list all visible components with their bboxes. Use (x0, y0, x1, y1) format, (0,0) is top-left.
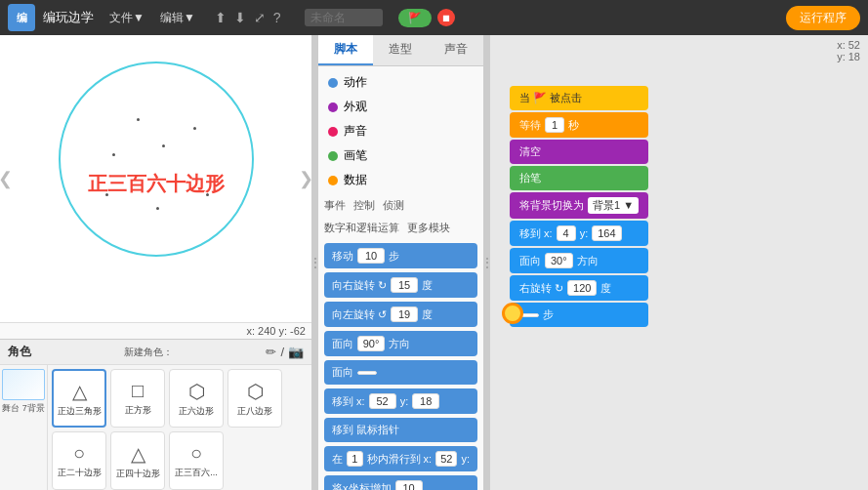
cat-operators[interactable]: 数字和逻辑运算 (324, 221, 399, 235)
sprite-item-3[interactable]: ⬡ 正六边形 (169, 369, 224, 428)
download-icon[interactable]: ⬇ (234, 10, 246, 25)
sprite-icon-3: ⬡ (188, 380, 205, 403)
block-goto-x[interactable]: 52 (369, 393, 396, 409)
sprite-content: 舞台 7背景 △ 正边三角形 □ 正方形 ⬡ 正六边形 (0, 365, 311, 490)
block-change-x[interactable]: 将x坐标增加 10 (324, 475, 477, 490)
project-title-input[interactable] (305, 9, 383, 26)
cat-sound[interactable]: 声音 (318, 119, 483, 143)
main-area: ❮ 正三百六十边形 ❯ x: 240 y: -62 角色 新建角色： ✏ / 📷 (0, 35, 868, 490)
block-glide-x[interactable]: 52 (435, 451, 457, 467)
sblock-pen-up[interactable]: 抬笔 (510, 166, 648, 190)
sblock-goto-y[interactable]: 164 (592, 225, 621, 241)
sprites-grid: △ 正边三角形 □ 正方形 ⬡ 正六边形 ⬡ 正八边形 (48, 365, 311, 490)
menu-bar: 文件▼ 编辑▼ (109, 10, 195, 26)
block-glide-time[interactable]: 1 (347, 451, 363, 467)
dot (193, 127, 196, 130)
tab-costume[interactable]: 造型 (373, 35, 428, 65)
menu-edit[interactable]: 编辑▼ (160, 10, 195, 26)
fullscreen-icon[interactable]: ⤢ (254, 10, 266, 25)
run-program-button[interactable]: 运行程序 (786, 6, 860, 30)
block-glide[interactable]: 在 1 秒内滑行到 x: 52 y: (324, 446, 477, 471)
tab-script[interactable]: 脚本 (318, 35, 373, 65)
sprite-name-1: 正边三角形 (58, 405, 102, 418)
bg-thumbnail[interactable] (2, 369, 45, 400)
block-face-input[interactable] (357, 371, 377, 375)
cat-control[interactable]: 控制 (353, 198, 375, 213)
sprite-name-6: 正四十边形 (116, 468, 160, 480)
script-area[interactable]: x: 52y: 18 当 🚩 被点击 等待 1 秒 清空 抬笔 将背景切换为 背… (490, 35, 868, 490)
sblock-bg-dropdown[interactable]: 背景1 ▼ (588, 197, 639, 214)
stage-arrow-left[interactable]: ❮ (0, 168, 13, 189)
dot (112, 153, 115, 156)
sprite-item-7[interactable]: ○ 正三百六... (169, 431, 224, 490)
sprite-item-1[interactable]: △ 正边三角形 (52, 369, 106, 428)
block-goto-xy[interactable]: 移到 x: 52 y: 18 (324, 388, 477, 414)
upload-icon[interactable]: ⬆ (215, 10, 227, 25)
block-turn-left-input[interactable]: 19 (391, 306, 418, 322)
cursor-indicator (502, 303, 523, 324)
sblock-turn-input[interactable]: 120 (567, 280, 597, 296)
script-stack: 当 🚩 被点击 等待 1 秒 清空 抬笔 将背景切换为 背景1 ▼ 移到 x: … (510, 86, 648, 327)
tabs-row: 脚本 造型 声音 (318, 35, 483, 66)
cat-events[interactable]: 事件 (324, 198, 346, 213)
sprite-paint-icon[interactable]: ✏ (266, 345, 276, 359)
logo-icon: 编 (8, 4, 35, 31)
script-coords: x: 52y: 18 (837, 39, 860, 62)
new-sprite-label: 新建角色： (124, 346, 173, 359)
sblock-when-flag[interactable]: 当 🚩 被点击 (510, 86, 648, 110)
block-change-x-input[interactable]: 10 (395, 480, 423, 490)
block-face[interactable]: 面向 (324, 360, 477, 385)
sblock-switch-bg[interactable]: 将背景切换为 背景1 ▼ (510, 192, 648, 219)
stage-arrow-right[interactable]: ❯ (299, 168, 311, 189)
block-turn-right[interactable]: 向右旋转 ↻ 15 度 (324, 272, 477, 298)
cat-motion[interactable]: 动作 (318, 70, 483, 95)
sblock-wait[interactable]: 等待 1 秒 (510, 112, 648, 138)
sblock-turn[interactable]: 右旋转 ↻ 120 度 (510, 275, 648, 301)
sprite-icon-1: △ (72, 380, 87, 403)
cat-label-motion: 动作 (344, 74, 367, 91)
sprite-name-3: 正六边形 (179, 405, 214, 418)
sprite-panel-title: 角色 (8, 344, 31, 360)
sprite-camera-icon[interactable]: 📷 (288, 345, 304, 359)
block-turn-left[interactable]: 向左旋转 ↺ 19 度 (324, 302, 477, 327)
sblock-goto-xy[interactable]: 移到 x: 4 y: 164 (510, 221, 648, 246)
sprite-item-2[interactable]: □ 正方形 (110, 369, 165, 428)
sprite-item-5[interactable]: ○ 正二十边形 (52, 431, 106, 490)
flag-button[interactable]: 🚩 (398, 9, 432, 27)
cat-label-pen: 画笔 (344, 147, 367, 164)
tab-sound[interactable]: 声音 (429, 35, 483, 65)
sblock-move[interactable]: 步 (510, 303, 648, 327)
cat-dot-sound (328, 127, 338, 137)
stop-button[interactable]: ⏹ (437, 9, 455, 26)
sprite-icon-2: □ (132, 380, 144, 402)
block-face-dir-input[interactable]: 90° (357, 336, 385, 351)
cat-more[interactable]: 更多模块 (407, 221, 450, 235)
cat-sensing[interactable]: 侦测 (383, 198, 404, 213)
sprite-icon-7: ○ (190, 442, 202, 465)
cat-data[interactable]: 数据 (318, 168, 483, 192)
block-goto-cursor[interactable]: 移到 鼠标指针 (324, 418, 477, 442)
cat-dot-looks (328, 102, 338, 112)
menu-file[interactable]: 文件▼ (109, 10, 145, 26)
help-icon[interactable]: ? (273, 10, 281, 25)
sprite-panel-icons: ✏ / 📷 (266, 345, 304, 359)
sprite-name-4: 正八边形 (237, 405, 272, 418)
sblock-clear[interactable]: 清空 (510, 140, 648, 164)
stage-coords: x: 240 y: -62 (0, 322, 311, 339)
sblock-face[interactable]: 面向 30° 方向 (510, 248, 648, 273)
sblock-wait-input[interactable]: 1 (545, 117, 564, 133)
block-move[interactable]: 移动 10 步 (324, 243, 477, 268)
block-turn-right-input[interactable]: 15 (391, 277, 418, 293)
sblock-face-input[interactable]: 30° (545, 253, 573, 268)
cat-looks[interactable]: 外观 (318, 95, 483, 119)
block-move-input[interactable]: 10 (357, 248, 385, 264)
cat-dot-data (328, 176, 338, 185)
sprite-item-4[interactable]: ⬡ 正八边形 (227, 369, 282, 428)
block-face-dir[interactable]: 面向 90° 方向 (324, 331, 477, 356)
block-goto-y[interactable]: 18 (412, 393, 439, 409)
sprite-upload-icon[interactable]: / (280, 345, 284, 359)
cat-pen[interactable]: 画笔 (318, 143, 483, 168)
sprite-item-6[interactable]: △ 正四十边形 (110, 431, 165, 490)
sblock-goto-x[interactable]: 4 (557, 225, 576, 241)
stage-canvas[interactable]: ❮ 正三百六十边形 ❯ (0, 35, 311, 322)
